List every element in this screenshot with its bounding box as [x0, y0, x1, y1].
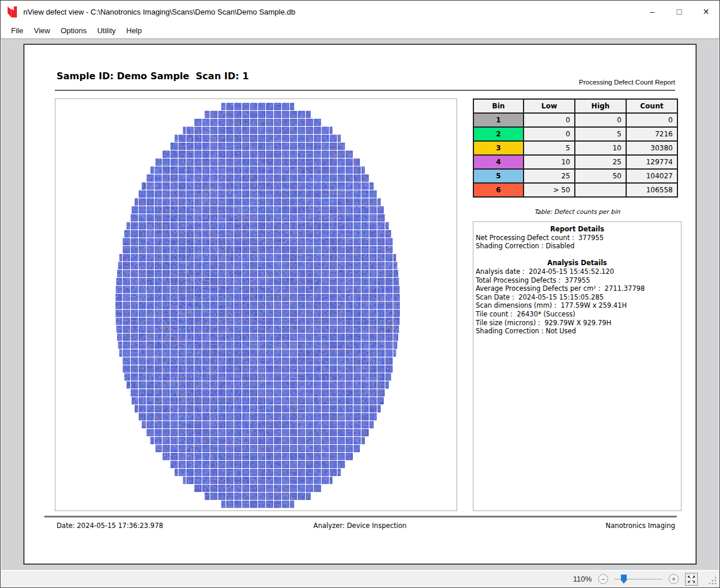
- bin-color-cell: 6: [473, 183, 524, 197]
- app-icon: [7, 5, 19, 18]
- footer-analyzer: Analyzer: Device Inspection: [24, 522, 696, 530]
- bin-low-cell: 25: [524, 169, 575, 183]
- window-title: nView defect view - C:\Nanotronics Imagi…: [23, 8, 296, 16]
- details-panel: Report Details Net Processing Defect cou…: [473, 221, 682, 511]
- bin-count-cell: 129774: [626, 155, 677, 169]
- bin-table-row: 4 10 25 129774: [473, 155, 677, 169]
- bin-low-cell: 10: [524, 155, 575, 169]
- bin-table: Bin Low High Count 1 0 0 0 2 0: [473, 98, 678, 198]
- resize-grip[interactable]: [709, 577, 717, 585]
- content-area: Sample ID: Demo Sample Scan ID: 1 Proces…: [1, 39, 719, 570]
- bin-table-row: 6 > 50 106558: [473, 183, 677, 197]
- page-title: Sample ID: Demo Sample Scan ID: 1: [57, 71, 249, 82]
- bin-high-cell: 0: [575, 113, 626, 127]
- details-spacer: [473, 251, 681, 259]
- bin-high-cell: 10: [575, 141, 626, 155]
- menu-utility[interactable]: Utility: [92, 24, 121, 37]
- bin-high-cell: 50: [575, 169, 626, 183]
- bin-table-row: 3 5 10 30380: [473, 141, 677, 155]
- bin-count-cell: 106558: [626, 183, 677, 197]
- detail-line: Tile count : 26430* (Success): [473, 310, 681, 319]
- bin-table-row: 2 0 5 7216: [473, 127, 677, 141]
- wafer-map-canvas[interactable]: [55, 99, 456, 510]
- bin-table-header-row: Bin Low High Count: [473, 99, 677, 113]
- report-details-title: Report Details: [473, 225, 681, 234]
- analysis-details-title: Analysis Details: [473, 259, 681, 267]
- column-header-high: High: [575, 99, 626, 113]
- bin-count-cell: 7216: [626, 127, 677, 141]
- footer-divider: [44, 516, 677, 517]
- zoom-out-button[interactable]: −: [598, 574, 608, 584]
- detail-line: Shading Correction : Disabled: [473, 242, 681, 251]
- bin-low-cell: 0: [524, 113, 575, 127]
- minimize-button[interactable]: –: [639, 1, 666, 23]
- menu-help[interactable]: Help: [121, 24, 147, 37]
- detail-line: Net Processing Defect count : 377955: [473, 234, 681, 242]
- column-header-low: Low: [524, 99, 575, 113]
- heading-divider: [55, 90, 675, 91]
- detail-line: Total Processing Defects : 377955: [473, 276, 681, 285]
- bin-high-cell: 25: [575, 155, 626, 169]
- status-bar: 110% − +: [1, 570, 719, 587]
- detail-line: Scan dimensions (mm) : 177.59W x 259.41H: [473, 301, 681, 310]
- bin-low-cell: > 50: [524, 183, 575, 197]
- bin-color-cell: 1: [473, 113, 524, 127]
- bin-count-cell: 30380: [626, 141, 677, 155]
- zoom-in-button[interactable]: +: [669, 574, 679, 584]
- detail-line: Shading Correction : Not Used: [473, 327, 681, 336]
- menu-bar: File View Options Utility Help: [1, 23, 719, 39]
- bin-color-cell: 4: [473, 155, 524, 169]
- report-page: Sample ID: Demo Sample Scan ID: 1 Proces…: [23, 44, 697, 565]
- zoom-slider[interactable]: [614, 574, 662, 585]
- bin-count-cell: 0: [626, 113, 677, 127]
- menu-options[interactable]: Options: [55, 24, 92, 37]
- footer-company: Nanotronics Imaging: [606, 522, 675, 530]
- close-button[interactable]: ✕: [693, 1, 719, 23]
- bin-table-row: 5 25 50 104027: [473, 169, 677, 183]
- bin-high-cell: 5: [575, 127, 626, 141]
- detail-line: Tile size (microns) : 929.79W X 929.79H: [473, 319, 681, 328]
- report-type-label: Processing Defect Count Report: [579, 79, 675, 86]
- maximize-button[interactable]: □: [666, 1, 693, 23]
- bin-color-cell: 5: [473, 169, 524, 183]
- zoom-slider-thumb[interactable]: [621, 575, 627, 584]
- wafer-map[interactable]: [55, 98, 457, 511]
- bin-color-cell: 2: [473, 127, 524, 141]
- column-header-count: Count: [626, 99, 677, 113]
- column-header-bin: Bin: [473, 99, 524, 113]
- bin-low-cell: 0: [524, 127, 575, 141]
- zoom-level: 110%: [573, 575, 592, 583]
- fit-to-window-icon: [686, 574, 697, 585]
- menu-file[interactable]: File: [6, 24, 29, 37]
- bin-count-cell: 104027: [626, 169, 677, 183]
- title-bar[interactable]: nView defect view - C:\Nanotronics Imagi…: [1, 1, 719, 23]
- bin-table-row: 1 0 0 0: [473, 113, 677, 127]
- bin-low-cell: 5: [524, 141, 575, 155]
- detail-line: Scan Date : 2024-05-15 15:15:05.285: [473, 293, 681, 302]
- window-controls: – □ ✕: [639, 1, 719, 23]
- bin-color-cell: 3: [473, 141, 524, 155]
- bin-table-caption: Table: Defect counts per bin: [473, 208, 682, 215]
- detail-line: Average Processing Defects per cm² : 271…: [473, 284, 681, 293]
- menu-view[interactable]: View: [29, 24, 55, 37]
- detail-line: Analysis date : 2024-05-15 15:45:52.120: [473, 267, 681, 276]
- fit-to-window-button[interactable]: [685, 573, 698, 586]
- bin-high-cell: [575, 183, 626, 197]
- app-window: nView defect view - C:\Nanotronics Imagi…: [0, 0, 720, 588]
